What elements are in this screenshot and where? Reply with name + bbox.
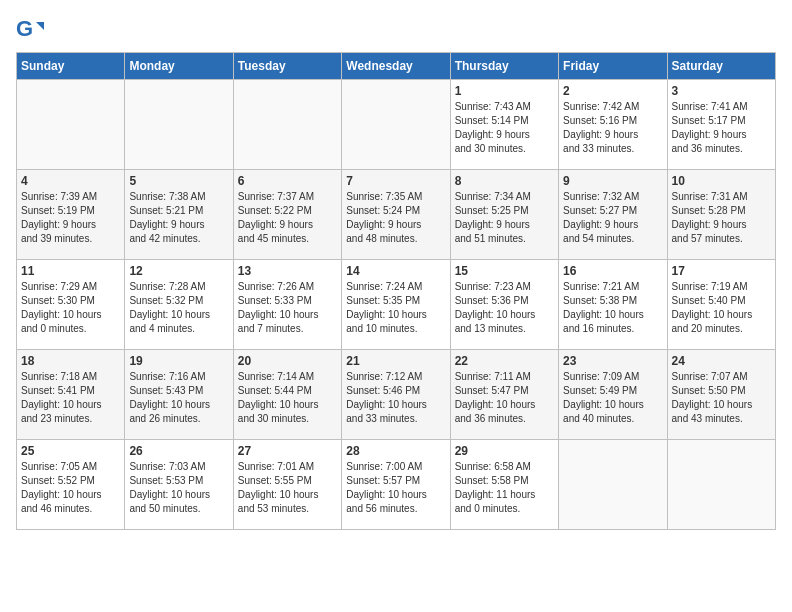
day-header-saturday: Saturday [667,53,775,80]
day-number: 27 [238,444,337,458]
calendar-cell: 19Sunrise: 7:16 AM Sunset: 5:43 PM Dayli… [125,350,233,440]
day-header-sunday: Sunday [17,53,125,80]
calendar-cell: 24Sunrise: 7:07 AM Sunset: 5:50 PM Dayli… [667,350,775,440]
page-header: G [16,16,776,44]
day-number: 22 [455,354,554,368]
svg-text:G: G [16,16,33,41]
day-header-thursday: Thursday [450,53,558,80]
day-number: 21 [346,354,445,368]
calendar-cell: 20Sunrise: 7:14 AM Sunset: 5:44 PM Dayli… [233,350,341,440]
day-number: 9 [563,174,662,188]
day-header-wednesday: Wednesday [342,53,450,80]
day-number: 6 [238,174,337,188]
calendar-cell [342,80,450,170]
calendar-cell [17,80,125,170]
day-number: 15 [455,264,554,278]
day-info: Sunrise: 7:37 AM Sunset: 5:22 PM Dayligh… [238,190,337,246]
day-number: 1 [455,84,554,98]
day-info: Sunrise: 7:31 AM Sunset: 5:28 PM Dayligh… [672,190,771,246]
day-info: Sunrise: 7:03 AM Sunset: 5:53 PM Dayligh… [129,460,228,516]
calendar-cell: 3Sunrise: 7:41 AM Sunset: 5:17 PM Daylig… [667,80,775,170]
day-info: Sunrise: 7:01 AM Sunset: 5:55 PM Dayligh… [238,460,337,516]
calendar-cell: 9Sunrise: 7:32 AM Sunset: 5:27 PM Daylig… [559,170,667,260]
calendar-cell: 5Sunrise: 7:38 AM Sunset: 5:21 PM Daylig… [125,170,233,260]
calendar-cell: 13Sunrise: 7:26 AM Sunset: 5:33 PM Dayli… [233,260,341,350]
calendar-cell: 23Sunrise: 7:09 AM Sunset: 5:49 PM Dayli… [559,350,667,440]
day-number: 17 [672,264,771,278]
calendar-cell: 26Sunrise: 7:03 AM Sunset: 5:53 PM Dayli… [125,440,233,530]
calendar-cell: 4Sunrise: 7:39 AM Sunset: 5:19 PM Daylig… [17,170,125,260]
day-info: Sunrise: 7:38 AM Sunset: 5:21 PM Dayligh… [129,190,228,246]
day-number: 28 [346,444,445,458]
day-info: Sunrise: 7:26 AM Sunset: 5:33 PM Dayligh… [238,280,337,336]
day-info: Sunrise: 7:09 AM Sunset: 5:49 PM Dayligh… [563,370,662,426]
calendar-table: SundayMondayTuesdayWednesdayThursdayFrid… [16,52,776,530]
day-header-friday: Friday [559,53,667,80]
day-info: Sunrise: 7:28 AM Sunset: 5:32 PM Dayligh… [129,280,228,336]
day-number: 8 [455,174,554,188]
calendar-cell: 21Sunrise: 7:12 AM Sunset: 5:46 PM Dayli… [342,350,450,440]
day-info: Sunrise: 7:11 AM Sunset: 5:47 PM Dayligh… [455,370,554,426]
day-number: 24 [672,354,771,368]
day-number: 29 [455,444,554,458]
calendar-cell: 25Sunrise: 7:05 AM Sunset: 5:52 PM Dayli… [17,440,125,530]
calendar-cell [233,80,341,170]
day-info: Sunrise: 7:16 AM Sunset: 5:43 PM Dayligh… [129,370,228,426]
day-number: 10 [672,174,771,188]
calendar-cell: 29Sunrise: 6:58 AM Sunset: 5:58 PM Dayli… [450,440,558,530]
calendar-cell: 28Sunrise: 7:00 AM Sunset: 5:57 PM Dayli… [342,440,450,530]
day-info: Sunrise: 7:42 AM Sunset: 5:16 PM Dayligh… [563,100,662,156]
day-number: 7 [346,174,445,188]
logo-icon: G [16,16,44,44]
day-info: Sunrise: 7:39 AM Sunset: 5:19 PM Dayligh… [21,190,120,246]
day-number: 4 [21,174,120,188]
day-number: 16 [563,264,662,278]
calendar-cell: 27Sunrise: 7:01 AM Sunset: 5:55 PM Dayli… [233,440,341,530]
day-number: 11 [21,264,120,278]
calendar-cell: 12Sunrise: 7:28 AM Sunset: 5:32 PM Dayli… [125,260,233,350]
day-number: 2 [563,84,662,98]
day-info: Sunrise: 7:24 AM Sunset: 5:35 PM Dayligh… [346,280,445,336]
calendar-cell: 7Sunrise: 7:35 AM Sunset: 5:24 PM Daylig… [342,170,450,260]
day-info: Sunrise: 7:19 AM Sunset: 5:40 PM Dayligh… [672,280,771,336]
day-info: Sunrise: 7:23 AM Sunset: 5:36 PM Dayligh… [455,280,554,336]
logo: G [16,16,48,44]
day-number: 26 [129,444,228,458]
calendar-cell: 11Sunrise: 7:29 AM Sunset: 5:30 PM Dayli… [17,260,125,350]
calendar-cell: 17Sunrise: 7:19 AM Sunset: 5:40 PM Dayli… [667,260,775,350]
day-info: Sunrise: 7:18 AM Sunset: 5:41 PM Dayligh… [21,370,120,426]
day-info: Sunrise: 7:14 AM Sunset: 5:44 PM Dayligh… [238,370,337,426]
day-info: Sunrise: 7:41 AM Sunset: 5:17 PM Dayligh… [672,100,771,156]
svg-marker-1 [36,22,44,30]
day-number: 20 [238,354,337,368]
calendar-cell: 15Sunrise: 7:23 AM Sunset: 5:36 PM Dayli… [450,260,558,350]
day-number: 18 [21,354,120,368]
day-header-tuesday: Tuesday [233,53,341,80]
day-info: Sunrise: 7:29 AM Sunset: 5:30 PM Dayligh… [21,280,120,336]
calendar-cell: 6Sunrise: 7:37 AM Sunset: 5:22 PM Daylig… [233,170,341,260]
calendar-cell: 10Sunrise: 7:31 AM Sunset: 5:28 PM Dayli… [667,170,775,260]
calendar-cell: 18Sunrise: 7:18 AM Sunset: 5:41 PM Dayli… [17,350,125,440]
calendar-cell: 16Sunrise: 7:21 AM Sunset: 5:38 PM Dayli… [559,260,667,350]
calendar-cell: 2Sunrise: 7:42 AM Sunset: 5:16 PM Daylig… [559,80,667,170]
calendar-cell: 14Sunrise: 7:24 AM Sunset: 5:35 PM Dayli… [342,260,450,350]
day-info: Sunrise: 7:07 AM Sunset: 5:50 PM Dayligh… [672,370,771,426]
day-number: 25 [21,444,120,458]
day-number: 13 [238,264,337,278]
calendar-cell: 8Sunrise: 7:34 AM Sunset: 5:25 PM Daylig… [450,170,558,260]
day-info: Sunrise: 7:21 AM Sunset: 5:38 PM Dayligh… [563,280,662,336]
calendar-cell [125,80,233,170]
day-number: 12 [129,264,228,278]
day-info: Sunrise: 7:05 AM Sunset: 5:52 PM Dayligh… [21,460,120,516]
day-number: 3 [672,84,771,98]
day-number: 14 [346,264,445,278]
day-info: Sunrise: 7:43 AM Sunset: 5:14 PM Dayligh… [455,100,554,156]
day-info: Sunrise: 7:00 AM Sunset: 5:57 PM Dayligh… [346,460,445,516]
day-info: Sunrise: 7:32 AM Sunset: 5:27 PM Dayligh… [563,190,662,246]
day-info: Sunrise: 7:12 AM Sunset: 5:46 PM Dayligh… [346,370,445,426]
calendar-cell: 1Sunrise: 7:43 AM Sunset: 5:14 PM Daylig… [450,80,558,170]
day-number: 5 [129,174,228,188]
day-number: 23 [563,354,662,368]
day-header-monday: Monday [125,53,233,80]
day-info: Sunrise: 6:58 AM Sunset: 5:58 PM Dayligh… [455,460,554,516]
